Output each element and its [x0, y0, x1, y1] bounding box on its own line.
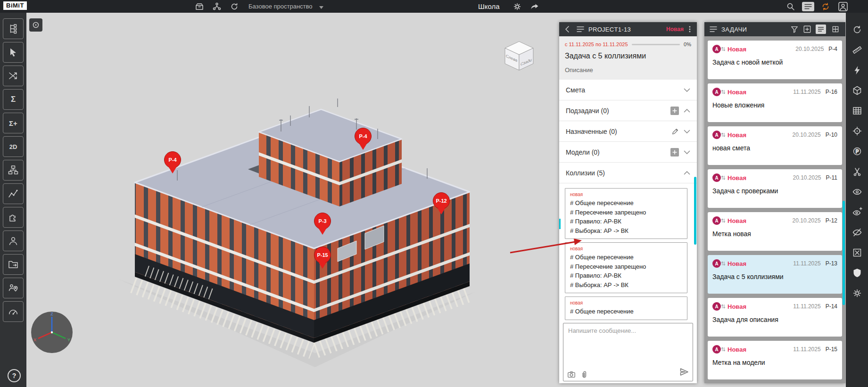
- date-range: с 11.11.2025 по 11.11.2025: [565, 41, 628, 47]
- eye-off-icon[interactable]: [852, 222, 862, 242]
- priority-icon: [721, 346, 726, 353]
- app-logo[interactable]: BiMiT: [3, 1, 27, 10]
- model-pin[interactable]: P-3: [313, 213, 332, 235]
- navigation-cube[interactable]: Слева Сзади: [501, 39, 537, 75]
- section-models[interactable]: Модели (0): [559, 142, 697, 163]
- model-viewport[interactable]: [26, 13, 559, 387]
- refresh-icon[interactable]: [228, 1, 240, 12]
- priority-icon: [721, 46, 726, 52]
- folder-export-icon[interactable]: [3, 254, 24, 275]
- journal-icon[interactable]: [802, 1, 814, 12]
- cube-icon[interactable]: [852, 80, 862, 100]
- priority-icon: [721, 89, 726, 95]
- grid-view-toggle[interactable]: [830, 25, 841, 34]
- add-model-button[interactable]: [670, 148, 679, 156]
- filter-icon[interactable]: [790, 25, 799, 33]
- task-title: Задача с 5 коллизиями: [565, 52, 691, 60]
- collision-status: новая: [570, 246, 682, 251]
- sync-icon[interactable]: [819, 1, 832, 12]
- task-card[interactable]: A Новая 20.10.2025 P-11 Задача с проверк…: [708, 169, 842, 208]
- list-view-toggle[interactable]: [816, 25, 826, 34]
- person-location-icon[interactable]: [3, 278, 24, 298]
- sigma-plus-icon[interactable]: Σ+: [3, 113, 24, 133]
- tasks-scrollbar[interactable]: [843, 201, 845, 305]
- focus-model-button[interactable]: [29, 18, 42, 32]
- camera-icon[interactable]: [567, 370, 576, 379]
- task-card-selected[interactable]: A Новая 11.11.2025 P-13 Задача с 5 колли…: [708, 255, 842, 294]
- paperclip-icon[interactable]: [579, 370, 588, 379]
- back-icon[interactable]: [563, 25, 572, 34]
- avatar: A: [712, 131, 721, 139]
- collision-card[interactable]: новая # Общее пересечение # Пересечение …: [565, 242, 687, 293]
- profile-icon[interactable]: [837, 1, 849, 12]
- more-icon[interactable]: [686, 25, 693, 33]
- sync-icon[interactable]: [852, 19, 862, 40]
- section-estimate[interactable]: Смета: [559, 80, 697, 100]
- description-label: Описание: [565, 66, 691, 74]
- right-toolbar: P: [846, 13, 868, 387]
- model-pin[interactable]: P-4: [163, 151, 182, 173]
- task-card[interactable]: A Новая 20.10.2025 P-4 Задача с новой ме…: [708, 41, 842, 79]
- 2d-icon[interactable]: 2D: [3, 136, 24, 157]
- send-icon[interactable]: [679, 367, 689, 379]
- gear-icon[interactable]: [511, 1, 523, 12]
- ruler-icon[interactable]: [852, 40, 862, 60]
- model-pin[interactable]: P-15: [313, 247, 332, 269]
- top-bar: BiMiT Базовое пространство Школа: [0, 0, 868, 13]
- search-icon[interactable]: [785, 1, 797, 12]
- team-icon[interactable]: [211, 1, 223, 12]
- eye-icon[interactable]: [852, 181, 862, 202]
- chevron-down-icon: [684, 150, 690, 154]
- space-cluster: Школа: [478, 0, 546, 13]
- clash-arrows-icon[interactable]: [3, 66, 24, 86]
- storage-icon[interactable]: [193, 1, 206, 12]
- eye-add-icon[interactable]: [852, 202, 862, 222]
- chevron-down-icon[interactable]: [319, 2, 323, 11]
- tasks-panel: ЗАДАЧИ A Новая 20.10.2025 P-4 Задача с н…: [704, 22, 845, 383]
- model-pin[interactable]: P-4: [354, 128, 372, 150]
- box-x-icon[interactable]: [852, 242, 862, 263]
- model-pin[interactable]: P-12: [432, 192, 451, 214]
- axis-gizmo[interactable]: Z X Y: [30, 310, 74, 356]
- task-card[interactable]: A Новая 20.10.2025 P-12 Метка новая: [708, 212, 842, 251]
- section-cut-icon[interactable]: [852, 161, 862, 181]
- select-pointer-icon[interactable]: [3, 42, 24, 63]
- avatar: A: [712, 345, 721, 354]
- shield-icon[interactable]: [852, 263, 862, 283]
- help-button[interactable]: ?: [8, 369, 21, 382]
- sigma-icon[interactable]: Σ: [3, 89, 24, 110]
- target-icon[interactable]: [852, 121, 862, 141]
- section-subtasks[interactable]: Подзадачи (0): [559, 100, 697, 121]
- workspace-select[interactable]: Базовое пространство: [248, 3, 313, 10]
- panel-resize-handle[interactable]: [559, 219, 561, 229]
- gear-icon[interactable]: [852, 283, 862, 303]
- edit-pencil-icon[interactable]: [671, 128, 679, 135]
- task-card[interactable]: A Новая 11.11.2025 P-15 Метка на модели: [708, 341, 842, 379]
- plugins-icon[interactable]: [3, 207, 24, 228]
- section-collisions[interactable]: Коллизии (5): [559, 163, 697, 183]
- person-icon[interactable]: [3, 231, 24, 251]
- gauge-icon[interactable]: [3, 301, 24, 322]
- sections-scrollbar[interactable]: [694, 177, 696, 245]
- add-task-icon[interactable]: [803, 25, 811, 33]
- collision-card[interactable]: новая # Общее пересечение # Пересечение …: [565, 188, 687, 239]
- parking-icon[interactable]: P: [852, 141, 862, 161]
- collision-card[interactable]: новая # Общее пересечение: [565, 296, 687, 320]
- grid-icon[interactable]: [852, 100, 862, 121]
- model-tree-icon[interactable]: [3, 18, 24, 39]
- menu-icon[interactable]: [576, 25, 585, 33]
- chart-icon[interactable]: [3, 183, 24, 204]
- org-chart-icon[interactable]: [3, 160, 24, 181]
- section-assignees[interactable]: Назначенные (0): [559, 121, 697, 142]
- menu-icon[interactable]: [709, 25, 718, 33]
- priority-icon: [721, 303, 726, 310]
- task-card[interactable]: A Новая 20.10.2025 P-10 новая смета: [708, 126, 842, 165]
- task-card[interactable]: A Новая 11.11.2025 P-14 Задача для описа…: [708, 298, 842, 337]
- building-model[interactable]: [118, 99, 475, 367]
- add-subtask-button[interactable]: [670, 107, 679, 115]
- lightning-icon[interactable]: [852, 60, 862, 80]
- status-badge: Новая: [666, 26, 684, 33]
- share-icon[interactable]: [529, 1, 541, 12]
- message-input[interactable]: [567, 326, 690, 367]
- task-card[interactable]: A Новая 11.11.2025 P-16 Новые вложения: [708, 83, 842, 122]
